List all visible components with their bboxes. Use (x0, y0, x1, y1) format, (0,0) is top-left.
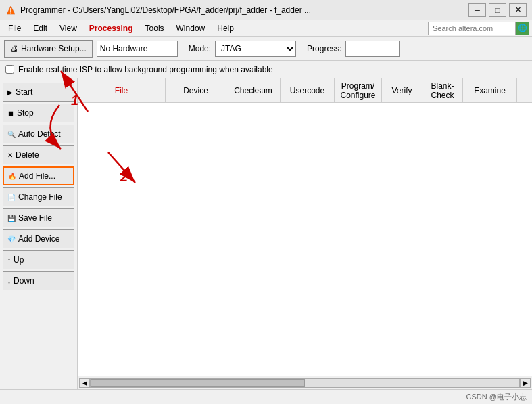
close-button[interactable]: ✕ (509, 3, 527, 17)
status-bar: CSDN @电子小志 (0, 389, 532, 404)
svg-point-2 (10, 12, 11, 14)
down-button[interactable]: ↓ Down (3, 271, 74, 290)
delete-icon: ✕ (7, 152, 13, 159)
window-controls: ─ □ ✕ (468, 3, 527, 17)
menu-window[interactable]: Window (171, 21, 211, 36)
start-icon: ▶ (7, 89, 13, 96)
save-file-label: Save File (18, 213, 52, 223)
menu-tools[interactable]: Tools (140, 21, 170, 36)
menu-processing[interactable]: Processing (84, 21, 139, 36)
column-device: Device (166, 78, 226, 102)
checkbox-label: Enable real-time ISP to allow background… (18, 65, 273, 74)
menu-edit[interactable]: Edit (28, 21, 53, 36)
menu-bar: File Edit View Processing Tools Window H… (0, 20, 532, 37)
start-button[interactable]: ▶ Start (3, 83, 74, 102)
change-file-label: Change File (18, 192, 62, 202)
delete-label: Delete (16, 150, 39, 160)
column-program: Program/ Configure (335, 78, 382, 102)
menu-view[interactable]: View (54, 21, 82, 36)
add-file-icon: 🔥 (8, 173, 16, 180)
start-label: Start (16, 87, 32, 97)
auto-detect-icon: 🔍 (7, 131, 16, 138)
main-content: ▶ Start ⏹ Stop 🔍 Auto Detect ✕ Delete 🔥 … (0, 78, 532, 389)
progress-label: Progress: (307, 44, 341, 53)
sidebar: ▶ Start ⏹ Stop 🔍 Auto Detect ✕ Delete 🔥 … (0, 78, 78, 389)
column-examine: Examine (463, 78, 517, 102)
hardware-setup-button[interactable]: 🖨 Hardware Setup... (4, 40, 93, 58)
app-icon (5, 5, 16, 16)
change-file-button[interactable]: 📄 Change File (3, 187, 74, 206)
add-device-label: Add Device (18, 234, 59, 244)
auto-detect-button[interactable]: 🔍 Auto Detect (3, 125, 74, 143)
window-title: Programmer - C:/Users/YangLi02/Desktop/F… (20, 5, 468, 15)
change-file-icon: 📄 (7, 194, 16, 201)
scroll-left-arrow[interactable]: ◀ (79, 378, 90, 388)
toolbar: 🖨 Hardware Setup... Mode: JTAG AS PS Pro… (0, 37, 532, 61)
checkbox-row: Enable real-time ISP to allow background… (0, 61, 532, 78)
maximize-button[interactable]: □ (489, 3, 506, 17)
status-text: CSDN @电子小志 (466, 392, 527, 402)
scrollbar-thumb[interactable] (91, 379, 305, 387)
mode-label: Mode: (189, 44, 211, 53)
column-verify: Verify (382, 78, 422, 102)
add-device-icon: 💎 (7, 235, 16, 243)
save-file-button[interactable]: 💾 Save File (3, 208, 74, 227)
search-globe-icon[interactable]: 🌐 (516, 22, 529, 35)
no-hardware-field[interactable] (97, 41, 178, 57)
title-bar: Programmer - C:/Users/YangLi02/Desktop/F… (0, 0, 532, 20)
up-label: Up (14, 255, 24, 265)
search-box: 🌐 (428, 22, 529, 35)
column-file: File (78, 78, 166, 102)
add-device-button[interactable]: 💎 Add Device (3, 229, 74, 248)
table-header: File Device Checksum Usercode Program/ C… (78, 78, 532, 103)
down-label: Down (14, 276, 34, 286)
scrollbar-track[interactable] (90, 378, 520, 388)
stop-label: Stop (17, 108, 34, 118)
scroll-right-arrow[interactable]: ▶ (520, 378, 531, 388)
minimize-button[interactable]: ─ (468, 3, 486, 17)
stop-icon: ⏹ (7, 110, 14, 117)
delete-button[interactable]: ✕ Delete (3, 145, 74, 164)
search-input[interactable] (428, 22, 516, 35)
hardware-setup-label: Hardware Setup... (21, 44, 87, 53)
up-icon: ↑ (7, 256, 11, 264)
mode-select[interactable]: JTAG AS PS (215, 41, 296, 57)
table-area: File Device Checksum Usercode Program/ C… (78, 78, 532, 389)
column-checksum: Checksum (226, 78, 281, 102)
auto-detect-label: Auto Detect (18, 129, 61, 139)
stop-button[interactable]: ⏹ Stop (3, 104, 74, 122)
menu-file[interactable]: File (3, 21, 26, 36)
menu-help[interactable]: Help (212, 21, 239, 36)
progress-field (345, 41, 400, 57)
column-blank-check: Blank- Check (422, 78, 463, 102)
hardware-setup-icon: 🖨 (10, 44, 18, 53)
column-usercode: Usercode (281, 78, 335, 102)
save-file-icon: 💾 (7, 215, 16, 222)
add-file-label: Add File... (19, 171, 55, 181)
horizontal-scrollbar[interactable]: ◀ ▶ (78, 376, 532, 389)
add-file-button[interactable]: 🔥 Add File... (3, 166, 74, 185)
realtime-isp-checkbox[interactable] (5, 65, 14, 74)
down-icon: ↓ (7, 277, 11, 285)
table-body (78, 103, 532, 376)
up-button[interactable]: ↑ Up (3, 250, 74, 269)
